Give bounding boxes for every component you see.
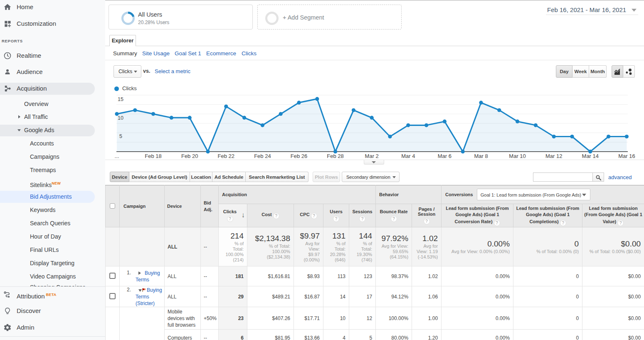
svg-text:Feb 28: Feb 28	[327, 153, 343, 159]
svg-text:Mar 12: Mar 12	[545, 153, 562, 159]
svg-text:Feb 20: Feb 20	[181, 153, 198, 159]
svg-text:Mar 8: Mar 8	[474, 153, 488, 159]
svg-text:10: 10	[118, 115, 123, 121]
svg-text:Mar 4: Mar 4	[401, 153, 415, 159]
svg-text:Feb 24: Feb 24	[254, 153, 271, 159]
svg-text:5: 5	[119, 133, 122, 139]
svg-text:15: 15	[118, 96, 123, 102]
svg-text:Feb 26: Feb 26	[291, 153, 307, 159]
svg-text:Mar 14: Mar 14	[582, 153, 599, 159]
svg-text:Mar 6: Mar 6	[438, 153, 452, 159]
svg-text:Mar 10: Mar 10	[509, 153, 526, 159]
svg-text:Feb 18: Feb 18	[145, 153, 161, 159]
svg-text:Mar 16: Mar 16	[618, 153, 635, 159]
svg-text:...: ...	[115, 153, 119, 159]
svg-text:Mar 2: Mar 2	[365, 153, 379, 159]
svg-text:Feb 22: Feb 22	[218, 153, 234, 159]
